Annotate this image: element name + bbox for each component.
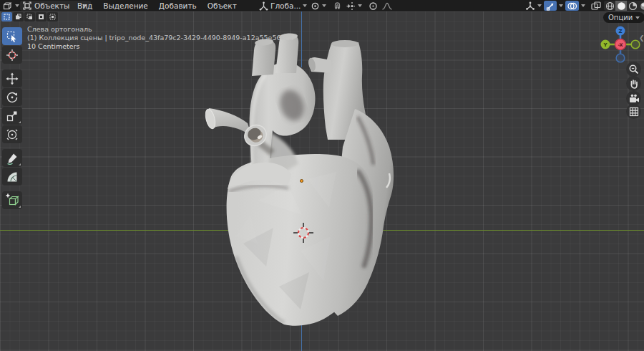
orthographic-toggle-button[interactable]: [626, 104, 641, 119]
subtool-indicator: [19, 206, 21, 208]
material-sphere-icon: [628, 1, 638, 11]
navigation-gizmo[interactable]: Z Y -X: [600, 21, 643, 67]
zoom-button[interactable]: [626, 62, 641, 77]
cursor-tool-icon: [6, 49, 19, 62]
shading-rendered-button[interactable]: [638, 1, 644, 11]
wireframe-sphere-icon: [605, 1, 615, 11]
camera-icon: [628, 93, 640, 104]
chevron-down-icon: [358, 4, 362, 7]
tool-cursor[interactable]: [2, 46, 22, 64]
rendered-sphere-icon: [640, 1, 644, 11]
magnifier-icon: [628, 64, 639, 74]
subtool-indicator: [19, 121, 21, 123]
show-overlays-toggle[interactable]: [565, 1, 579, 11]
viewport-info-text: Слева ортогональ (1) Коллекция сцены | t…: [27, 25, 293, 51]
select-box-icon: [6, 30, 19, 43]
select-mode-set[interactable]: [1, 12, 12, 21]
menu-add[interactable]: Добавить: [159, 1, 197, 10]
chevron-down-icon[interactable]: [581, 4, 585, 7]
chevron-down-icon: [303, 4, 307, 7]
gizmo-settings-dropdown[interactable]: [525, 0, 542, 11]
select-mode-strip: [1, 12, 58, 21]
falloff-curve-icon[interactable]: [381, 1, 393, 11]
menubar: Вид Выделение Добавить Объект: [77, 0, 237, 11]
gizmo-x-label: -X: [618, 42, 623, 48]
sidebar-toggle-chevron[interactable]: ❮: [639, 34, 644, 42]
tool-shelf: [2, 27, 22, 210]
view-label: Слева ортогональ: [27, 25, 293, 34]
move-icon: [6, 72, 19, 85]
tool-add-cube[interactable]: [2, 191, 22, 209]
tool-scale[interactable]: [2, 107, 22, 125]
shading-mode-group: [604, 1, 644, 11]
measure-protractor-icon: [6, 170, 19, 183]
shading-material-button[interactable]: [627, 1, 638, 11]
overlays-icon: [567, 1, 577, 11]
chevron-down-icon: [635, 16, 640, 19]
pivot-point-icon: [311, 1, 320, 11]
object-origin-dot[interactable]: [300, 179, 303, 183]
collection-label: (1) Коллекция сцены | tripo_node_43fa79c…: [27, 34, 293, 42]
menu-select[interactable]: Выделение: [103, 1, 148, 10]
gizmo-z-neg-axis[interactable]: [616, 54, 625, 62]
chevron-down-icon: [15, 4, 19, 7]
gizmo-y-label: Y: [602, 42, 608, 48]
subtool-indicator: [19, 163, 21, 165]
gizmo-z-label: Z: [618, 29, 622, 34]
proportional-editing-icon[interactable]: [369, 1, 378, 11]
heart-model-mesh[interactable]: [200, 29, 408, 330]
tool-select-box[interactable]: [2, 27, 22, 45]
shading-wireframe-button[interactable]: [604, 1, 615, 11]
select-mode-extend[interactable]: [13, 12, 24, 21]
options-label: Опции: [608, 14, 633, 21]
select-mode-invert[interactable]: [36, 12, 47, 21]
tool-measure[interactable]: [2, 168, 22, 186]
orientation-label: Глоба...: [270, 1, 301, 10]
grid-icon: [629, 107, 639, 117]
header-right-controls: [525, 0, 644, 11]
annotate-pen-icon: [6, 152, 19, 165]
3d-cursor: [293, 222, 314, 244]
scale-icon: [6, 110, 19, 122]
select-mode-subtract[interactable]: [24, 12, 35, 21]
pivot-point-dropdown[interactable]: [311, 0, 326, 11]
header-center-controls: Глоба...: [259, 0, 393, 11]
chevron-down-icon[interactable]: [559, 4, 563, 7]
add-cube-icon: [6, 193, 19, 207]
global-orientation-icon: [259, 1, 268, 11]
select-mode-intersect[interactable]: [47, 12, 58, 21]
show-gizmo-icon: [545, 1, 555, 11]
chevron-down-icon: [537, 4, 542, 7]
pan-button[interactable]: [626, 76, 641, 91]
tool-rotate[interactable]: [2, 88, 22, 106]
scale-label: 10 Centimeters: [27, 42, 293, 51]
transform-icon: [6, 128, 19, 141]
shading-solid-button[interactable]: [615, 1, 627, 11]
chevron-down-icon: [322, 4, 326, 7]
top-header-bar: Объекты Вид Выделение Добавить Объект Гл…: [0, 0, 644, 11]
blender-window: Объекты Вид Выделение Добавить Объект Гл…: [0, 0, 644, 351]
gizmo-settings-icon: [525, 1, 535, 11]
hand-icon: [628, 78, 639, 89]
transform-orientation-dropdown[interactable]: Глоба...: [259, 0, 307, 11]
tool-annotate[interactable]: [2, 149, 22, 167]
show-gizmo-toggle[interactable]: [544, 1, 557, 11]
editor-type-dropdown[interactable]: [2, 0, 19, 11]
tool-transform[interactable]: [2, 125, 22, 143]
xray-toggle-icon[interactable]: [590, 1, 602, 11]
menu-object[interactable]: Объект: [208, 1, 237, 10]
mode-label: Объекты: [34, 1, 69, 10]
tool-move[interactable]: [2, 69, 22, 87]
snap-with-dropdown[interactable]: [346, 0, 362, 11]
solid-sphere-icon: [617, 1, 626, 11]
object-mode-icon: [23, 1, 31, 10]
editor-type-3d-viewport-icon: [2, 1, 13, 11]
menu-view[interactable]: Вид: [77, 1, 92, 10]
snap-magnet-icon[interactable]: [333, 1, 342, 11]
rotate-icon: [6, 91, 19, 104]
snap-target-icon: [346, 1, 356, 11]
